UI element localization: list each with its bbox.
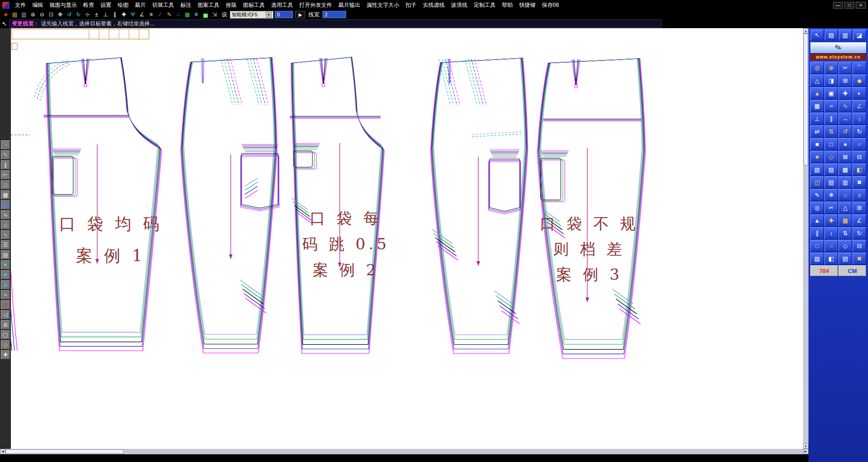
parallel-icon[interactable]: ∥ bbox=[110, 11, 119, 19]
menu-item-4[interactable]: 设置 bbox=[97, 0, 114, 10]
linewidth-field[interactable]: 2 bbox=[322, 11, 346, 18]
panel-tool-icon-53[interactable]: ↕ bbox=[824, 227, 838, 239]
vertical-scroll-thumb[interactable] bbox=[804, 34, 808, 165]
menu-item-20[interactable]: 帮助 bbox=[499, 0, 516, 10]
panel-tool-icon-48[interactable]: ▲ bbox=[810, 214, 824, 227]
panel-tool-icon-15[interactable]: ∠ bbox=[853, 100, 866, 112]
menu-item-22[interactable]: 保存08 bbox=[539, 0, 562, 10]
cross-icon[interactable]: ✚ bbox=[119, 11, 128, 19]
panel-tool-icon-17[interactable]: ∥ bbox=[824, 113, 838, 125]
panel-tool-icon-29[interactable]: ◇ bbox=[824, 151, 838, 163]
diamond-tool-icon[interactable]: ◇ bbox=[1, 340, 10, 349]
scroll-up-icon[interactable]: ▲ bbox=[803, 28, 808, 34]
panel-tool-icon-63[interactable]: ✖ bbox=[853, 253, 866, 265]
apply-icon[interactable]: ▶ bbox=[295, 11, 305, 18]
pen-banner[interactable]: ✎ bbox=[810, 42, 867, 54]
menu-item-1[interactable]: 编辑 bbox=[29, 0, 46, 10]
panel-tool-icon-10[interactable]: ✚ bbox=[838, 87, 852, 99]
menu-item-14[interactable]: 裁片输出 bbox=[335, 0, 363, 10]
panel-tool-icon-27[interactable]: ○ bbox=[853, 138, 866, 150]
double-down-tool-icon[interactable]: ⇊ bbox=[1, 280, 10, 289]
panel-tool-icon-56[interactable]: □ bbox=[810, 240, 824, 252]
curve-tool-icon[interactable]: ∿ bbox=[1, 230, 10, 239]
panel-tool-icon-40[interactable]: ✎ bbox=[810, 189, 824, 201]
scroll-right-icon[interactable]: ▶ bbox=[803, 449, 808, 454]
table-tool-icon[interactable]: ▤ bbox=[1, 250, 10, 259]
color-grid-icon[interactable]: ▦ bbox=[183, 11, 192, 19]
point-mode-icon[interactable]: ⊹ bbox=[83, 11, 92, 19]
panel-tool-icon-7[interactable]: ◆ bbox=[853, 75, 866, 87]
panel-tool-icon-18[interactable]: ↔ bbox=[838, 113, 852, 125]
menu-item-2[interactable]: 视图与显示 bbox=[46, 0, 80, 10]
panel-tool-icon-38[interactable]: ▥ bbox=[838, 176, 852, 189]
zoom-window-icon[interactable]: ⊡ bbox=[47, 11, 55, 19]
rect-tool-icon[interactable]: □ bbox=[1, 180, 10, 189]
panel-tool-icon-47[interactable]: ⊞ bbox=[853, 202, 866, 214]
zoom-in-icon[interactable]: ⊕ bbox=[29, 11, 37, 19]
panel-tool-icon-35[interactable]: ◧ bbox=[853, 164, 866, 176]
panel-tool-icon-1[interactable]: ⊕ bbox=[824, 62, 838, 74]
zoom-out-icon[interactable]: ⊖ bbox=[38, 11, 46, 19]
scroll-left-icon[interactable]: ◀ bbox=[0, 449, 5, 454]
equal-icon[interactable]: ≡ bbox=[147, 11, 155, 19]
panel-tool-icon-23[interactable]: ↻ bbox=[853, 125, 866, 138]
menu-item-6[interactable]: 裁片 bbox=[132, 0, 149, 10]
panel-tool-icon-32[interactable]: ▧ bbox=[810, 164, 824, 176]
brush-icon[interactable]: ∕ bbox=[156, 11, 164, 19]
panel-tool-icon-43[interactable]: ± bbox=[853, 189, 866, 201]
maximize-button[interactable]: □ bbox=[844, 2, 854, 9]
panel-tool-icon-33[interactable]: ▨ bbox=[824, 164, 838, 176]
panel-tool-icon-26[interactable]: ● bbox=[838, 138, 852, 150]
parallel-tool-icon[interactable]: ∥ bbox=[1, 160, 10, 169]
panel-tool-icon-62[interactable]: ▤ bbox=[838, 253, 852, 265]
panel-tool-icon-4[interactable]: △ bbox=[810, 75, 824, 87]
chart-icon[interactable]: ▅ bbox=[201, 11, 210, 19]
panel-tool-icon-30[interactable]: ⊠ bbox=[838, 151, 852, 163]
horizontal-scroll-thumb[interactable] bbox=[5, 449, 124, 454]
snowflake-icon[interactable]: ❄ bbox=[192, 11, 201, 19]
menu-item-21[interactable]: 快捷键 bbox=[516, 0, 539, 10]
panel-tool-icon-19[interactable]: ↕ bbox=[853, 113, 866, 125]
horizontal-scrollbar[interactable]: ◀ ▶ bbox=[0, 449, 808, 454]
layers-tool-icon[interactable]: ≣ bbox=[1, 320, 10, 329]
minimize-button[interactable]: — bbox=[833, 2, 843, 9]
panel-tool-icon-52[interactable]: ∥ bbox=[810, 227, 824, 239]
panel-tool-icon-24[interactable]: ■ bbox=[810, 138, 824, 150]
panel-tool-icon-59[interactable]: ⊟ bbox=[853, 240, 866, 252]
open-file-icon[interactable]: ▤ bbox=[10, 11, 19, 19]
undo-icon[interactable]: ↺ bbox=[65, 11, 74, 19]
panel-tool-icon-9[interactable]: ▣ bbox=[824, 87, 838, 99]
panel-tool-icon-0[interactable]: ◎ bbox=[810, 62, 824, 74]
menu-item-11[interactable]: 图标工具 bbox=[240, 0, 268, 10]
panel-tool-icon-2[interactable]: ✂ bbox=[838, 62, 852, 74]
menu-item-9[interactable]: 图案工具 bbox=[194, 0, 223, 10]
chevron-down-icon[interactable]: ▼ bbox=[266, 12, 272, 18]
vertical-scrollbar[interactable]: ▲ ▼ bbox=[803, 28, 808, 449]
panel-tool-icon-42[interactable]: ⌂ bbox=[838, 189, 852, 201]
panel-tool-icon-13[interactable]: ≈ bbox=[824, 100, 838, 112]
panel-tool-icon-34[interactable]: ▩ bbox=[838, 164, 852, 176]
panel-tool-icon-5[interactable]: ◨ bbox=[824, 75, 838, 87]
panel-tool-icon-12[interactable]: ▦ bbox=[810, 100, 824, 112]
panel-tool-icon-28[interactable]: ★ bbox=[810, 151, 824, 163]
scroll-down-icon[interactable]: ▼ bbox=[803, 443, 808, 449]
panel-tool-icon-61[interactable]: ◧ bbox=[824, 253, 838, 265]
menu-item-5[interactable]: 绘图 bbox=[114, 0, 132, 10]
panel-tool-icon-22[interactable]: ↺ bbox=[838, 125, 852, 138]
menu-item-8[interactable]: 标注 bbox=[177, 0, 194, 10]
panel-tool-icon-16[interactable]: ⊥ bbox=[810, 113, 824, 125]
corner-icon[interactable]: ◪ bbox=[853, 30, 866, 40]
left-tri-tool-icon[interactable]: ◁ bbox=[1, 310, 10, 319]
panel-tool-icon-6[interactable]: ⊞ bbox=[838, 75, 852, 87]
close-button[interactable]: × bbox=[856, 2, 866, 9]
menu-item-3[interactable]: 检查 bbox=[80, 0, 97, 10]
panel-tool-icon-46[interactable]: △ bbox=[838, 202, 852, 214]
new-file-icon[interactable]: ■ bbox=[1, 11, 10, 19]
panel-tool-icon-41[interactable]: ❄ bbox=[824, 189, 838, 201]
panel-tool-icon-51[interactable]: ∠ bbox=[853, 214, 866, 227]
dots-icon[interactable]: ∴ bbox=[174, 11, 183, 19]
panel-tool-icon-14[interactable]: ∿ bbox=[838, 100, 852, 112]
panel-tool-icon-50[interactable]: ▦ bbox=[838, 214, 852, 227]
panel-tool-icon-31[interactable]: ⊟ bbox=[853, 151, 866, 163]
pattern-canvas[interactable]: 口 袋 均 码案 例 1口 袋 每码 跳 0.5案 例 2口 袋 不 规则 档 … bbox=[11, 28, 803, 449]
